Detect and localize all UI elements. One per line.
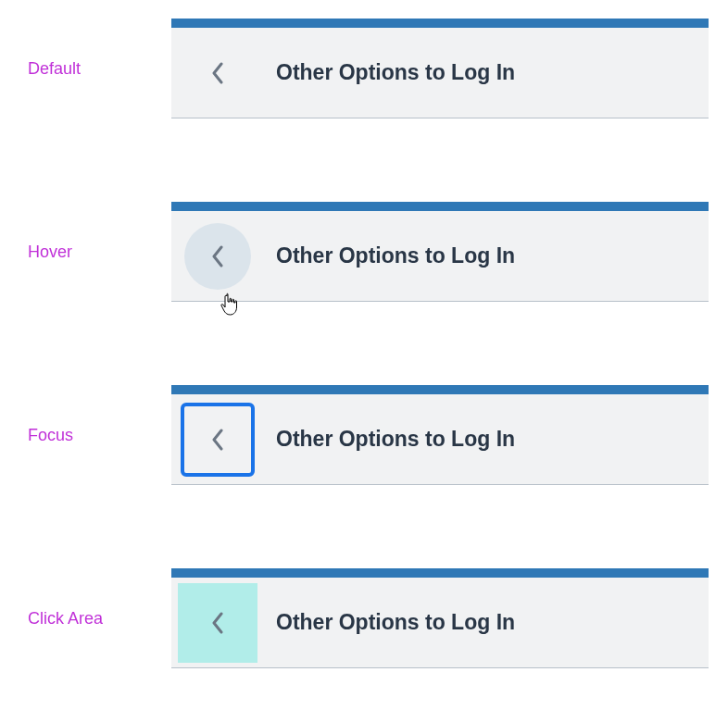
- panel-title: Other Options to Log In: [276, 427, 515, 452]
- back-button[interactable]: [176, 581, 259, 665]
- login-options-panel: Other Options to Log In: [171, 568, 709, 668]
- state-label-clickarea: Click Area: [9, 609, 171, 629]
- state-label-default: Default: [9, 59, 171, 79]
- state-row-focus: Focus Other Options to Log In: [9, 385, 719, 485]
- chevron-left-icon: [211, 245, 224, 268]
- state-row-clickarea: Click Area Other Options to Log In: [9, 568, 719, 668]
- login-options-panel: Other Options to Log In: [171, 19, 709, 118]
- back-button[interactable]: [176, 31, 259, 115]
- back-button[interactable]: [176, 398, 259, 481]
- state-row-default: Default Other Options to Log In: [9, 19, 719, 118]
- pointer-cursor-icon: [220, 293, 240, 317]
- state-label-focus: Focus: [9, 426, 171, 445]
- state-label-hover: Hover: [9, 243, 171, 262]
- login-options-panel: Other Options to Log In: [171, 385, 709, 485]
- chevron-left-icon: [211, 612, 224, 634]
- panel-title: Other Options to Log In: [276, 60, 515, 85]
- panel-title: Other Options to Log In: [276, 243, 515, 268]
- chevron-left-icon: [211, 62, 224, 84]
- panel-col: Other Options to Log In: [171, 202, 719, 302]
- panel-col: Other Options to Log In: [171, 19, 719, 118]
- panel-title: Other Options to Log In: [276, 610, 515, 635]
- back-button[interactable]: [176, 215, 259, 298]
- panel-col: Other Options to Log In: [171, 385, 719, 485]
- state-row-hover: Hover Other Options to Log In: [9, 202, 719, 302]
- login-options-panel: Other Options to Log In: [171, 202, 709, 302]
- chevron-left-icon: [211, 429, 224, 451]
- panel-col: Other Options to Log In: [171, 568, 719, 668]
